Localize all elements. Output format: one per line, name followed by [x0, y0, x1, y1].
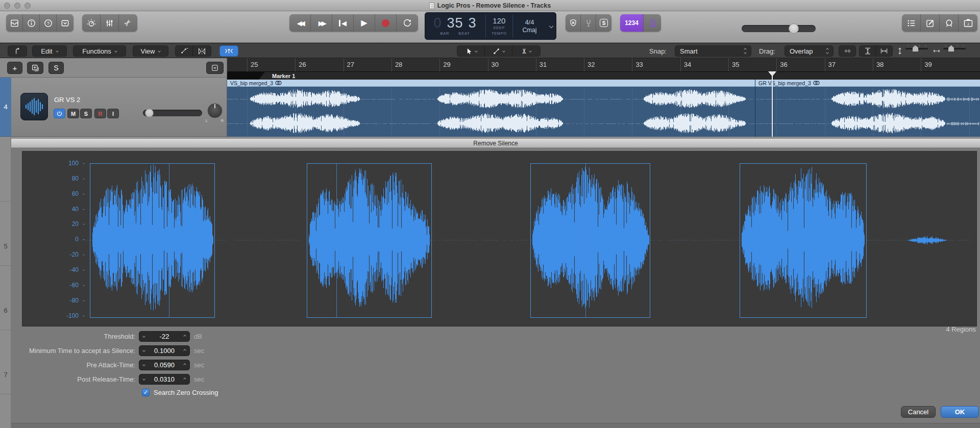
- duplicate-track-button[interactable]: [27, 62, 43, 74]
- metronome-button[interactable]: [644, 14, 661, 32]
- smart-controls-button[interactable]: [82, 14, 101, 32]
- ruler-tick: 25: [247, 58, 248, 71]
- toolbar-toggle-button[interactable]: [57, 14, 74, 32]
- lcd-display[interactable]: 0353 BAR BEAT 120 KEEP TEMPO 4/4 Cmaj: [425, 12, 556, 40]
- solo-button[interactable]: S: [80, 109, 92, 118]
- param-stepper[interactable]: -22: [139, 331, 190, 342]
- command-click-tool-menu[interactable]: [485, 46, 512, 56]
- media-browser-button[interactable]: ♪: [959, 14, 977, 32]
- loop-browser-button[interactable]: [940, 14, 959, 32]
- track-header-config-button[interactable]: [206, 62, 224, 74]
- mute-button[interactable]: M: [67, 109, 79, 118]
- inspector-button[interactable]: [23, 14, 40, 32]
- ok-button[interactable]: OK: [941, 406, 979, 418]
- lcd-signature[interactable]: 4/4 Cmaj: [513, 12, 547, 40]
- vertical-zoom-slider[interactable]: [905, 48, 928, 49]
- solo-mode-button[interactable]: S: [596, 14, 611, 32]
- snap-select[interactable]: Smart: [675, 45, 751, 57]
- editors-button[interactable]: ✂: [119, 14, 137, 32]
- stepper-down-icon[interactable]: [139, 349, 149, 351]
- track-7-number[interactable]: 7: [0, 371, 11, 379]
- param-stepper[interactable]: 0.0590: [139, 360, 190, 370]
- track-4-header[interactable]: GR VS 2 M S R I L R: [11, 78, 227, 137]
- drag-label: Drag:: [759, 45, 775, 57]
- add-track-button[interactable]: +: [7, 62, 22, 74]
- mixer-button[interactable]: [101, 14, 119, 32]
- stepper-up-icon[interactable]: [180, 349, 189, 351]
- horizontal-auto-zoom-button[interactable]: [876, 46, 892, 56]
- playhead-line[interactable]: [772, 72, 773, 137]
- input-monitor-button[interactable]: I: [107, 109, 119, 118]
- stepper-down-icon[interactable]: [139, 364, 149, 366]
- master-volume-slider[interactable]: [742, 25, 816, 32]
- lcd-tempo[interactable]: 120 KEEP TEMPO: [486, 12, 512, 40]
- region-selection-box[interactable]: [90, 163, 215, 318]
- track-6-number[interactable]: 6: [0, 307, 11, 314]
- track-volume-slider[interactable]: [143, 110, 202, 116]
- play-button[interactable]: ▶: [354, 14, 375, 32]
- stepper-up-icon[interactable]: [180, 335, 189, 337]
- window-title: Logic Pros - Remove Silence - Tracks: [0, 0, 980, 11]
- back-button[interactable]: [8, 45, 27, 57]
- track-solo-mode-button[interactable]: S: [48, 62, 64, 74]
- stop-button[interactable]: ◀: [332, 14, 354, 32]
- track-name[interactable]: GR VS 2: [54, 96, 80, 104]
- stepper-down-icon[interactable]: [139, 335, 149, 337]
- track-4-number[interactable]: 4: [0, 78, 11, 137]
- vertical-zoom-arrow: [897, 45, 903, 57]
- param-value[interactable]: 0.0310: [149, 375, 180, 383]
- region-selection-box[interactable]: [530, 163, 650, 318]
- cycle-button[interactable]: [397, 14, 418, 32]
- automation-icon: [180, 47, 188, 55]
- stepper-down-icon[interactable]: [139, 378, 149, 380]
- quick-help-button[interactable]: ?: [40, 14, 57, 32]
- param-stepper[interactable]: 0.0310: [139, 374, 190, 385]
- remove-silence-titlebar[interactable]: Remove Silence: [11, 139, 980, 148]
- track-volume-thumb[interactable]: [145, 109, 154, 117]
- forward-button[interactable]: ▶▶: [311, 14, 332, 32]
- stepper-up-icon[interactable]: [180, 378, 189, 380]
- param-value[interactable]: 0.1000: [149, 347, 180, 355]
- drag-select[interactable]: Overlap: [785, 45, 834, 57]
- library-button[interactable]: [6, 14, 23, 32]
- no-input-monitor-button[interactable]: [566, 14, 581, 32]
- list-editors-button[interactable]: [902, 14, 921, 32]
- note-pads-button[interactable]: [921, 14, 940, 32]
- count-in-button[interactable]: 1234: [620, 14, 644, 32]
- region-selection-box[interactable]: [740, 163, 867, 318]
- track-5-number[interactable]: 5: [0, 242, 11, 250]
- edit-menu[interactable]: Edit: [32, 45, 67, 57]
- ruler-tick: 32: [584, 58, 584, 71]
- left-click-tool-menu[interactable]: [457, 46, 485, 56]
- param-value[interactable]: 0.0590: [149, 361, 180, 369]
- region-selection-box[interactable]: [307, 163, 432, 318]
- param-stepper[interactable]: 0.1000: [139, 345, 190, 356]
- view-menu[interactable]: View: [133, 45, 168, 57]
- horizontal-zoom-slider[interactable]: [943, 48, 966, 49]
- track-list-header: + S: [0, 58, 227, 78]
- stepper-up-icon[interactable]: [180, 364, 189, 366]
- rewind-button[interactable]: ◀◀: [289, 14, 311, 32]
- track-on-button[interactable]: [54, 109, 65, 118]
- functions-menu[interactable]: Functions: [73, 45, 126, 57]
- cancel-button[interactable]: Cancel: [901, 406, 936, 418]
- catch-playhead-button[interactable]: [219, 45, 238, 57]
- bar-ruler[interactable]: 252627282930313233343536373839: [227, 58, 980, 71]
- region-1-header[interactable]: VS_bip merged_3: [227, 80, 755, 87]
- automation-button[interactable]: [176, 46, 193, 56]
- lcd-menu-button[interactable]: [546, 12, 556, 40]
- flex-button[interactable]: [193, 46, 211, 56]
- volume-slider-thumb[interactable]: [789, 23, 799, 34]
- waveform-zoom-button[interactable]: [839, 45, 856, 57]
- search-zero-crossing-checkbox[interactable]: ✓: [142, 389, 150, 396]
- record-button[interactable]: [375, 14, 397, 32]
- right-click-tool-menu[interactable]: ✂: [512, 46, 540, 56]
- lcd-position[interactable]: 0353 BAR BEAT: [425, 12, 485, 40]
- param-value[interactable]: -22: [149, 333, 180, 340]
- tuner-button[interactable]: [581, 14, 596, 32]
- vertical-auto-zoom-button[interactable]: [860, 46, 876, 56]
- record-enable-button[interactable]: R: [94, 109, 106, 118]
- marker-1[interactable]: Marker 1: [259, 72, 980, 80]
- pan-knob[interactable]: [207, 103, 223, 118]
- region-2-header[interactable]: GR VS_bip merged_3: [755, 80, 980, 87]
